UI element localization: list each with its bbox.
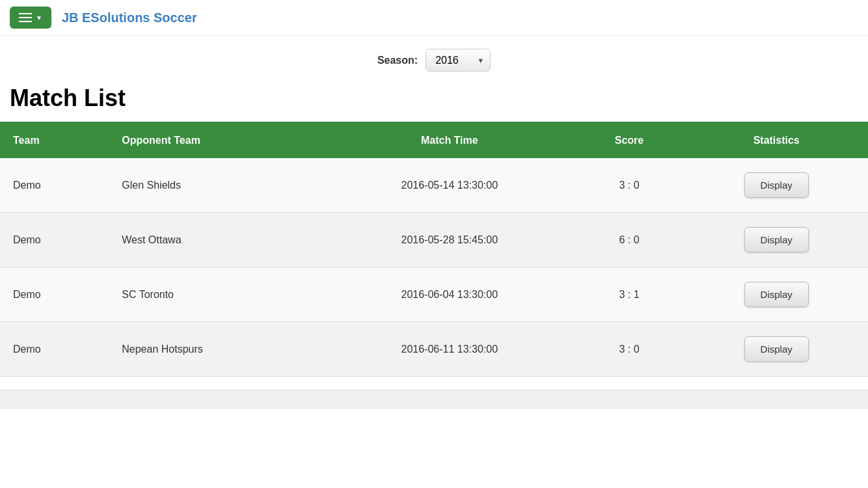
table-row: Demo SC Toronto 2016-06-04 13:30:00 3 : … bbox=[0, 267, 868, 322]
cell-match-time: 2016-05-14 13:30:00 bbox=[325, 158, 573, 213]
display-button[interactable]: Display bbox=[744, 227, 809, 252]
cell-match-time: 2016-05-28 15:45:00 bbox=[325, 213, 573, 267]
cell-statistics: Display bbox=[685, 158, 868, 213]
cell-score: 3 : 0 bbox=[574, 322, 685, 377]
cell-opponent: Nepean Hotspurs bbox=[109, 322, 325, 377]
cell-score: 6 : 0 bbox=[574, 213, 685, 267]
app-title: JB ESolutions Soccer bbox=[62, 10, 197, 25]
cell-score: 3 : 1 bbox=[574, 267, 685, 322]
cell-team: Demo bbox=[0, 267, 109, 322]
cell-team: Demo bbox=[0, 213, 109, 267]
cell-statistics: Display bbox=[685, 213, 868, 267]
cell-statistics: Display bbox=[685, 322, 868, 377]
col-header-team: Team bbox=[0, 122, 109, 158]
cell-team: Demo bbox=[0, 322, 109, 377]
cell-statistics: Display bbox=[685, 267, 868, 322]
display-button[interactable]: Display bbox=[744, 336, 809, 362]
hamburger-icon bbox=[19, 13, 32, 22]
cell-opponent: SC Toronto bbox=[109, 267, 325, 322]
menu-button[interactable]: ▼ bbox=[10, 7, 51, 29]
cell-match-time: 2016-06-11 13:30:00 bbox=[325, 322, 573, 377]
season-select[interactable]: 2014 2015 2016 2017 bbox=[426, 49, 491, 72]
chevron-down-icon: ▼ bbox=[36, 14, 42, 21]
cell-score: 3 : 0 bbox=[574, 158, 685, 213]
display-button[interactable]: Display bbox=[744, 172, 809, 198]
col-header-statistics: Statistics bbox=[685, 122, 868, 158]
cell-match-time: 2016-06-04 13:30:00 bbox=[325, 267, 573, 322]
season-select-wrapper: 2014 2015 2016 2017 bbox=[426, 49, 491, 72]
col-header-opponent: Opponent Team bbox=[109, 122, 325, 158]
display-button[interactable]: Display bbox=[744, 282, 809, 307]
table-row: Demo West Ottawa 2016-05-28 15:45:00 6 :… bbox=[0, 213, 868, 267]
col-header-score: Score bbox=[574, 122, 685, 158]
col-header-match-time: Match Time bbox=[325, 122, 573, 158]
cell-team: Demo bbox=[0, 158, 109, 213]
table-row: Demo Nepean Hotspurs 2016-06-11 13:30:00… bbox=[0, 322, 868, 377]
app-header: ▼ JB ESolutions Soccer bbox=[0, 0, 868, 36]
table-header-row: Team Opponent Team Match Time Score Stat… bbox=[0, 122, 868, 158]
season-selector-row: Season: 2014 2015 2016 2017 bbox=[0, 36, 868, 78]
season-label: Season: bbox=[377, 55, 418, 66]
cell-opponent: Glen Shields bbox=[109, 158, 325, 213]
page-title: Match List bbox=[0, 78, 868, 122]
table-row: Demo Glen Shields 2016-05-14 13:30:00 3 … bbox=[0, 158, 868, 213]
footer bbox=[0, 390, 868, 409]
cell-opponent: West Ottawa bbox=[109, 213, 325, 267]
match-table: Team Opponent Team Match Time Score Stat… bbox=[0, 122, 868, 377]
